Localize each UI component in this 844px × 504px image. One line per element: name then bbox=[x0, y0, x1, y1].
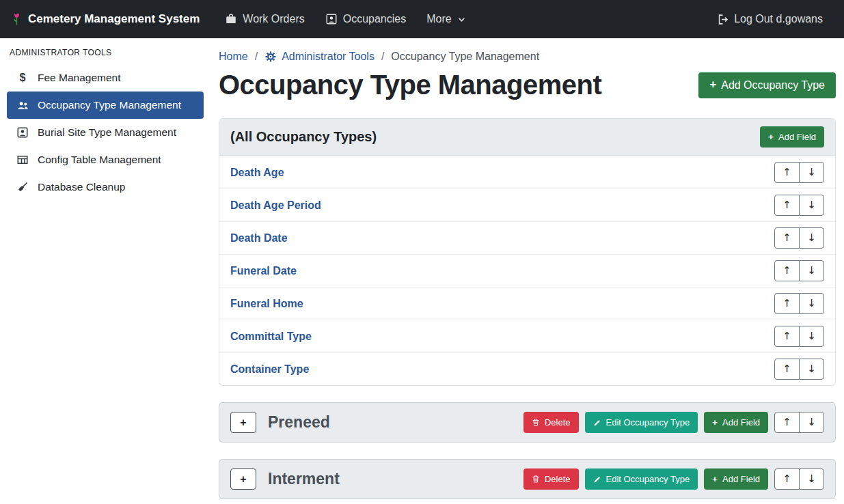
breadcrumb-admin-tools-link[interactable]: Administrator Tools bbox=[264, 51, 375, 63]
field-link-container-type[interactable]: Container Type bbox=[230, 363, 309, 376]
field-row: Funeral Home ↑ ↓ bbox=[219, 287, 835, 320]
add-occupancy-type-label: Add Occupancy Type bbox=[721, 79, 825, 92]
breadcrumb-separator: / bbox=[381, 51, 384, 63]
sidebar-item-burial-site-type-management[interactable]: Burial Site Type Management bbox=[7, 119, 204, 146]
move-down-button[interactable]: ↓ bbox=[799, 227, 824, 249]
add-field-label: Add Field bbox=[778, 132, 816, 142]
type-card-actions: Delete Edit Occupancy Type + Add Field ↑ bbox=[523, 468, 824, 490]
brand-title: Cemetery Management System bbox=[28, 12, 200, 26]
sidebar-header: ADMINISTRATOR TOOLS bbox=[0, 46, 210, 64]
field-row: Death Date ↑ ↓ bbox=[219, 221, 835, 254]
nav-work-orders[interactable]: Work Orders bbox=[215, 8, 314, 31]
field-link-death-date[interactable]: Death Date bbox=[230, 232, 288, 244]
delete-label: Delete bbox=[545, 474, 571, 484]
top-navbar: Cemetery Management System Work Orders O… bbox=[0, 0, 844, 38]
nav-more[interactable]: More bbox=[416, 8, 476, 31]
plus-icon: + bbox=[768, 132, 774, 142]
person-square-icon bbox=[15, 126, 30, 139]
field-row: Death Age ↑ ↓ bbox=[219, 156, 835, 188]
gear-icon bbox=[264, 51, 277, 63]
flower-logo-icon bbox=[11, 11, 23, 27]
chevron-down-icon bbox=[457, 15, 466, 24]
move-up-button[interactable]: ↑ bbox=[774, 468, 800, 490]
sidebar-item-config-table-management[interactable]: Config Table Management bbox=[7, 146, 204, 173]
move-down-button[interactable]: ↓ bbox=[799, 260, 824, 281]
add-field-label: Add Field bbox=[722, 417, 760, 428]
reorder-button-group: ↑ ↓ bbox=[774, 293, 824, 314]
sidebar-item-occupancy-type-management[interactable]: Occupancy Type Management bbox=[7, 92, 204, 119]
breadcrumb-current: Occupancy Type Management bbox=[391, 51, 539, 63]
move-down-button[interactable]: ↓ bbox=[799, 468, 824, 490]
navbar-menu: Work Orders Occupancies More bbox=[215, 8, 476, 31]
expand-button[interactable]: + bbox=[230, 468, 256, 490]
occupancy-type-title: Interment bbox=[268, 470, 340, 488]
move-down-button[interactable]: ↓ bbox=[799, 162, 824, 183]
brand-link[interactable]: Cemetery Management System bbox=[11, 11, 200, 27]
move-up-button[interactable]: ↑ bbox=[774, 359, 800, 380]
delete-button[interactable]: Delete bbox=[523, 412, 579, 433]
add-occupancy-type-button[interactable]: + Add Occupancy Type bbox=[698, 72, 836, 98]
all-occupancy-types-header: (All Occupancy Types) + Add Field bbox=[219, 119, 835, 156]
field-link-funeral-home[interactable]: Funeral Home bbox=[230, 298, 303, 310]
reorder-button-group: ↑ ↓ bbox=[774, 412, 824, 433]
type-card-actions: Delete Edit Occupancy Type + Add Field ↑ bbox=[523, 412, 824, 433]
field-link-death-age[interactable]: Death Age bbox=[230, 167, 284, 179]
occupancy-type-card-interment: + Interment Delete bbox=[219, 459, 836, 499]
logout-button[interactable]: Log Out d.gowans bbox=[707, 8, 833, 31]
sidebar-item-label: Config Table Management bbox=[38, 154, 161, 166]
field-row: Committal Type ↑ ↓ bbox=[219, 320, 835, 352]
move-up-button[interactable]: ↑ bbox=[774, 326, 800, 347]
edit-occupancy-type-button[interactable]: Edit Occupancy Type bbox=[585, 412, 698, 433]
move-up-button[interactable]: ↑ bbox=[774, 195, 800, 216]
occupancies-icon bbox=[325, 13, 338, 25]
move-up-button[interactable]: ↑ bbox=[774, 162, 800, 183]
move-down-button[interactable]: ↓ bbox=[799, 359, 824, 380]
broom-icon bbox=[15, 181, 30, 193]
field-link-funeral-date[interactable]: Funeral Date bbox=[230, 265, 297, 277]
nav-work-orders-label: Work Orders bbox=[243, 13, 304, 25]
edit-occupancy-type-label: Edit Occupancy Type bbox=[606, 417, 690, 428]
move-up-button[interactable]: ↑ bbox=[774, 227, 800, 249]
field-row: Death Age Period ↑ ↓ bbox=[219, 188, 835, 221]
sidebar-item-database-cleanup[interactable]: Database Cleanup bbox=[7, 173, 204, 201]
users-icon bbox=[15, 99, 30, 112]
reorder-button-group: ↑ ↓ bbox=[774, 195, 824, 216]
sidebar-item-label: Burial Site Type Management bbox=[38, 126, 176, 139]
plus-icon: + bbox=[712, 418, 718, 428]
edit-occupancy-type-button[interactable]: Edit Occupancy Type bbox=[585, 468, 698, 490]
add-field-button[interactable]: + Add Field bbox=[704, 468, 768, 490]
table-icon bbox=[15, 154, 30, 166]
page-title: Occupancy Type Management bbox=[219, 70, 601, 100]
expand-button[interactable]: + bbox=[230, 412, 256, 433]
add-field-button[interactable]: + Add Field bbox=[760, 126, 824, 148]
move-down-button[interactable]: ↓ bbox=[799, 412, 824, 433]
breadcrumb: Home / Administrator Tools / Occupancy T… bbox=[219, 51, 836, 63]
move-up-button[interactable]: ↑ bbox=[774, 412, 800, 433]
field-link-committal-type[interactable]: Committal Type bbox=[230, 331, 312, 343]
sidebar-item-fee-management[interactable]: $ Fee Management bbox=[7, 64, 204, 92]
field-link-death-age-period[interactable]: Death Age Period bbox=[230, 199, 321, 212]
field-row: Container Type ↑ ↓ bbox=[219, 352, 835, 385]
page-header: Occupancy Type Management + Add Occupanc… bbox=[219, 70, 836, 100]
reorder-button-group: ↑ ↓ bbox=[774, 468, 824, 490]
occupancy-type-title: Preneed bbox=[268, 413, 330, 432]
logout-label: Log Out d.gowans bbox=[734, 13, 823, 25]
move-up-button[interactable]: ↑ bbox=[774, 260, 800, 281]
delete-button[interactable]: Delete bbox=[523, 468, 579, 490]
reorder-button-group: ↑ ↓ bbox=[774, 227, 824, 249]
work-orders-icon bbox=[225, 13, 237, 25]
sidebar-item-label: Database Cleanup bbox=[38, 181, 125, 193]
move-up-button[interactable]: ↑ bbox=[774, 293, 800, 314]
move-down-button[interactable]: ↓ bbox=[799, 195, 824, 216]
breadcrumb-home-link[interactable]: Home bbox=[219, 51, 248, 63]
reorder-button-group: ↑ ↓ bbox=[774, 260, 824, 281]
move-down-button[interactable]: ↓ bbox=[799, 293, 824, 314]
main-content: Home / Administrator Tools / Occupancy T… bbox=[210, 38, 844, 504]
nav-occupancies[interactable]: Occupancies bbox=[315, 8, 417, 31]
reorder-button-group: ↑ ↓ bbox=[774, 359, 824, 380]
move-down-button[interactable]: ↓ bbox=[799, 326, 824, 347]
add-field-button[interactable]: + Add Field bbox=[704, 412, 768, 433]
breadcrumb-admin-tools-label: Administrator Tools bbox=[282, 51, 375, 63]
plus-icon: + bbox=[709, 79, 716, 91]
pencil-icon bbox=[593, 419, 601, 427]
